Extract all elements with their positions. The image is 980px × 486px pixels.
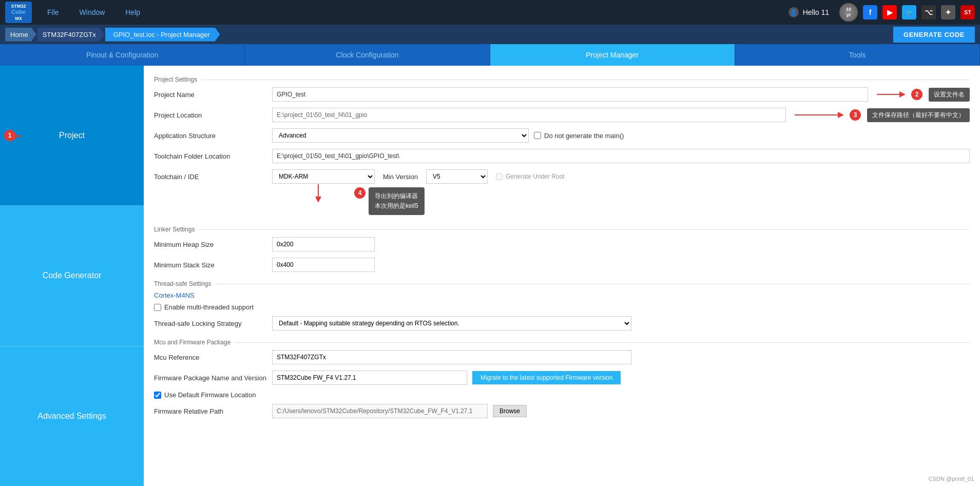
cortex-label: Cortex-M4NS [154,291,970,299]
thread-section: Cortex-M4NS Enable multi-threaded suppor… [154,291,970,331]
arrow-2-svg [874,89,905,100]
tab-pinout[interactable]: Pinout & Configuration [0,44,245,66]
browse-button[interactable]: Browse [493,405,527,417]
min-heap-input[interactable] [272,237,375,251]
callout-compiler: 导出到的编译器 本次用的是keil5 [369,187,425,215]
project-name-label: Project Name [154,91,267,99]
app-structure-label: Application Structure [154,132,267,140]
min-version-select[interactable]: V5 [426,169,488,184]
project-settings-section: Project Settings [154,76,970,83]
project-name-input[interactable] [272,87,868,102]
locking-strategy-row: Thread-safe Locking Strategy Default - M… [154,316,970,331]
do-not-generate-label: Do not generate the main() [544,132,624,140]
breadcrumb-bar: Home STM32F407ZGTx GPIO_test.ioc - Proje… [0,25,980,44]
logo-text-mx: MX [15,16,22,22]
mcu-ref-input[interactable] [272,350,631,364]
sidebar-item-code-generator[interactable]: Code Generator [0,206,144,346]
breadcrumb-project[interactable]: GPIO_test.ioc - Project Manager [105,28,220,42]
user-icon: 👤 [789,7,799,17]
spacer-1 [154,190,970,221]
toolchain-down-arrow [313,182,323,202]
firmware-path-row: Firmware Relative Path Browse [154,404,970,418]
project-location-row: Project Location 3 文件保存路径（最好不要有中文） [154,108,970,122]
mcu-firmware-section: Mcu and Firmware Package [154,339,970,346]
toolchain-folder-input[interactable] [272,149,970,163]
project-location-input[interactable] [272,108,786,122]
project-location-label: Project Location [154,111,267,119]
sidebar: Project ➜ 1 Code Generator Advanced Sett… [0,66,144,486]
tab-clock[interactable]: Clock Configuration [245,44,490,66]
enable-multithread-text: Enable multi-threaded support [164,303,254,311]
user-area: 👤 Hello 11 [789,7,829,17]
min-heap-label: Minimum Heap Size [154,241,267,248]
app-structure-select[interactable]: Advanced [272,128,529,143]
menu-file[interactable]: File [47,8,59,16]
toolchain-folder-label: Toolchain Folder Location [154,152,267,160]
toolchain-ide-row: Toolchain / IDE MDK-ARM Min Version V5 [154,169,970,184]
use-default-label[interactable]: Use Default Firmware Location [154,391,970,399]
callout-compiler-line1: 导出到的编译器 [375,191,418,201]
generate-under-root-label: Generate Under Root [506,173,565,180]
menu-window[interactable]: Window [80,8,105,16]
breadcrumb-home[interactable]: Home [5,28,36,42]
menu-help[interactable]: Help [125,8,140,16]
logo-area: STM32 Cube MX [5,2,32,23]
firmware-path-input[interactable] [272,404,488,418]
min-stack-row: Minimum Stack Size [154,258,970,272]
breadcrumb-device[interactable]: STM32F407ZGTx [37,28,104,42]
use-default-row: Use Default Firmware Location [154,391,970,399]
facebook-icon[interactable]: f [863,5,877,20]
st-icon[interactable]: ST [960,5,975,20]
logo-text-stm: STM32 [11,4,26,9]
generate-under-root-area: Generate Under Root [496,173,565,180]
firmware-path-label: Firmware Relative Path [154,407,267,415]
user-label: Hello 11 [803,8,829,16]
do-not-generate-checkbox-label[interactable]: Do not generate the main() [534,132,624,140]
enable-multithread-checkbox[interactable] [154,304,161,311]
content-area: Project Settings Project Name 2 设置文件名 Pr… [144,66,980,486]
thread-settings-section: Thread-safe Settings [154,280,970,287]
toolchain-ide-label: Toolchain / IDE [154,173,267,181]
toolchain-folder-row: Toolchain Folder Location [154,149,970,163]
firmware-pkg-input[interactable] [272,371,467,385]
social-icons: 10yr f ▶ 🐦 ⌥ ✦ ST [839,3,975,22]
thread-settings-label: Thread-safe Settings [154,280,211,287]
main-content: Project ➜ 1 Code Generator Advanced Sett… [0,66,980,486]
migrate-button[interactable]: Migrate to the latest supported Firmware… [472,371,621,384]
sidebar-item-advanced-settings[interactable]: Advanced Settings [0,346,144,486]
tab-tools[interactable]: Tools [735,44,980,66]
tab-project-manager[interactable]: Project Manager [490,44,735,66]
mcu-firmware-label: Mcu and Firmware Package [154,339,230,346]
use-default-checkbox[interactable] [154,392,161,399]
callout-filepath: 文件保存路径（最好不要有中文） [867,108,970,122]
firmware-pkg-row: Firmware Package Name and Version Migrat… [154,371,970,385]
min-stack-input[interactable] [272,258,375,272]
menu-items: File Window Help [47,8,789,16]
generate-code-button[interactable]: GENERATE CODE [893,27,975,43]
project-name-row: Project Name 2 设置文件名 [154,87,970,102]
annotation-circle-2: 2 [911,89,923,100]
anniversary-icon: 10yr [839,3,858,22]
annotation-circle-1: 1 [4,130,15,141]
arrow-3-svg [792,110,843,120]
toolchain-ide-select[interactable]: MDK-ARM [272,169,375,184]
use-default-text: Use Default Firmware Location [164,391,256,399]
network-icon[interactable]: ✦ [941,5,955,20]
do-not-generate-checkbox[interactable] [534,132,541,139]
locking-strategy-label: Thread-safe Locking Strategy [154,320,267,327]
youtube-icon[interactable]: ▶ [882,5,897,20]
sidebar-item-project[interactable]: Project ➜ 1 [0,66,144,206]
annotation-circle-4: 4 [354,187,366,199]
generate-under-root-checkbox[interactable] [496,173,503,180]
firmware-pkg-label: Firmware Package Name and Version [154,374,267,382]
github-icon[interactable]: ⌥ [921,5,936,20]
project-settings-label: Project Settings [154,76,197,83]
locking-strategy-select[interactable]: Default - Mapping suitable strategy depe… [272,316,631,331]
twitter-icon[interactable]: 🐦 [902,5,916,20]
mcu-ref-label: Mcu Reference [154,354,267,361]
logo-text-cube: Cube [11,9,26,15]
min-version-label: Min Version [383,173,418,181]
tab-bar: Pinout & Configuration Clock Configurati… [0,44,980,66]
annotation-4-area: 4 导出到的编译器 本次用的是keil5 [354,187,425,215]
enable-multithread-label[interactable]: Enable multi-threaded support [154,303,970,311]
